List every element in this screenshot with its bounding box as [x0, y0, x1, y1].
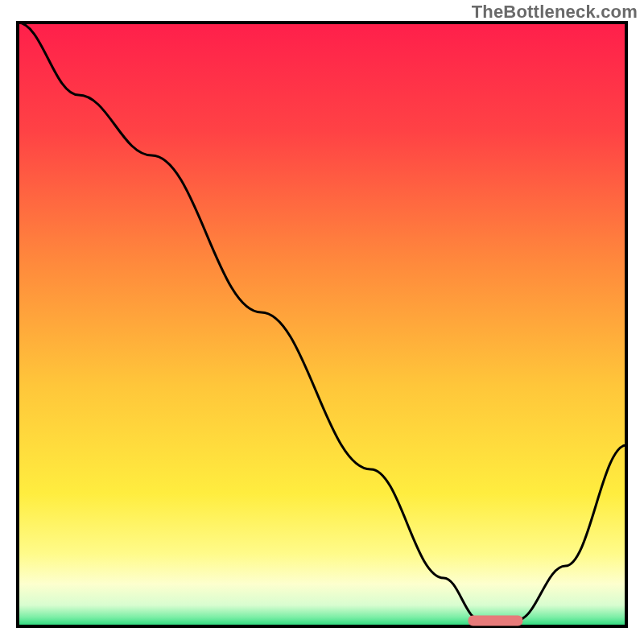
plot-background [18, 23, 626, 626]
watermark-text: TheBottleneck.com [472, 2, 638, 23]
chart-container: TheBottleneck.com [0, 0, 644, 644]
optimal-marker [468, 616, 522, 626]
bottleneck-chart [0, 0, 644, 644]
